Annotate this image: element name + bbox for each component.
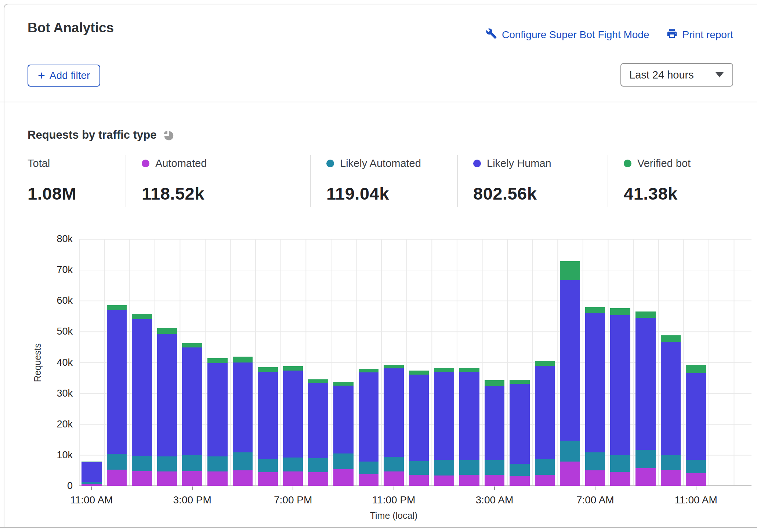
plus-icon: + xyxy=(38,69,45,81)
bar-segment-verified-bot xyxy=(359,369,379,372)
bar-4-00-am[interactable] xyxy=(510,239,530,486)
bar-segment-automated xyxy=(510,476,530,486)
bar-segment-verified-bot xyxy=(384,365,404,368)
bar-segment-likely-human xyxy=(610,315,630,455)
time-range-dropdown[interactable]: Last 24 hours xyxy=(620,63,733,87)
bar-8-00-pm[interactable] xyxy=(308,239,328,486)
bar-segment-automated xyxy=(434,475,454,486)
bar-segment-likely-automated xyxy=(258,459,278,472)
configure-super-bot-fight-mode-link[interactable]: Configure Super Bot Fight Mode xyxy=(486,28,649,42)
x-tick-label: 3:00 AM xyxy=(476,494,514,506)
bar-segment-verified-bot xyxy=(258,367,278,372)
bar-segment-likely-human xyxy=(157,334,177,456)
add-filter-button[interactable]: + Add filter xyxy=(28,65,100,87)
bar-2-00-am[interactable] xyxy=(459,239,479,486)
bar-segment-likely-automated xyxy=(107,454,127,470)
traffic-type-stats: Total 1.08M Automated 118.52k Likely Aut… xyxy=(28,155,742,207)
stat-automated-value: 118.52k xyxy=(142,183,310,204)
bar-segment-automated xyxy=(233,470,253,486)
bar-segment-automated xyxy=(132,471,152,486)
bar-3-00-pm[interactable] xyxy=(182,239,202,486)
bar-segment-automated xyxy=(409,475,429,486)
bar-segment-automated xyxy=(258,472,278,486)
bar-segment-automated xyxy=(535,475,555,486)
bar-3-00-am[interactable] xyxy=(485,239,505,486)
bar-6-00-am[interactable] xyxy=(560,239,580,486)
bar-1-00-am[interactable] xyxy=(434,239,454,486)
bar-segment-likely-human xyxy=(132,319,152,456)
stat-likely-human-label: Likely Human xyxy=(487,157,551,170)
bar-segment-likely-human xyxy=(434,372,454,460)
stat-likely-human[interactable]: Likely Human 802.56k xyxy=(457,155,608,207)
bar-1-00-pm[interactable] xyxy=(132,239,152,486)
bar-segment-verified-bot xyxy=(107,305,127,310)
stat-automated-label: Automated xyxy=(155,157,207,170)
bar-segment-likely-automated xyxy=(560,441,580,461)
bar-7-00-pm[interactable] xyxy=(283,239,303,486)
bar-segment-likely-automated xyxy=(157,456,177,471)
bar-10-00-am[interactable] xyxy=(661,239,681,486)
bar-segment-automated xyxy=(686,473,706,486)
bar-segment-likely-human xyxy=(82,462,102,482)
bar-11-00-am[interactable] xyxy=(82,239,102,486)
x-tick-mark xyxy=(494,487,495,490)
y-tick-label: 50k xyxy=(57,326,73,337)
bar-segment-verified-bot xyxy=(610,308,630,315)
bar-5-00-pm[interactable] xyxy=(233,239,253,486)
stat-automated[interactable]: Automated 118.52k xyxy=(126,155,310,207)
x-tick-label: 11:00 PM xyxy=(372,494,416,506)
bar-segment-likely-automated xyxy=(132,456,152,471)
bar-8-00-am[interactable] xyxy=(610,239,630,486)
bar-segment-likely-human xyxy=(359,372,379,461)
x-tick-mark xyxy=(192,487,193,490)
bar-segment-verified-bot xyxy=(132,314,152,319)
bar-segment-verified-bot xyxy=(182,343,202,348)
header-divider xyxy=(0,102,757,102)
bar-10-00-pm[interactable] xyxy=(359,239,379,486)
bar-segment-verified-bot xyxy=(157,328,177,334)
header-links: Configure Super Bot Fight Mode Print rep… xyxy=(486,28,733,42)
bar-9-00-am[interactable] xyxy=(635,239,656,486)
y-tick-label: 10k xyxy=(57,449,73,460)
x-tick-label: 11:00 AM xyxy=(70,494,113,506)
bar-segment-likely-human xyxy=(459,372,479,460)
bar-5-00-am[interactable] xyxy=(535,239,555,486)
bar-segment-verified-bot xyxy=(333,382,354,385)
bar-segment-verified-bot xyxy=(308,379,328,383)
y-tick-label: 40k xyxy=(57,357,73,368)
bar-segment-likely-automated xyxy=(409,461,429,475)
bar-segment-verified-bot xyxy=(485,380,505,386)
stat-total[interactable]: Total 1.08M xyxy=(28,155,126,207)
bar-segment-likely-automated xyxy=(661,455,681,470)
bar-segment-likely-human xyxy=(585,313,605,452)
bar-11-00-am[interactable] xyxy=(686,239,706,486)
printer-icon xyxy=(666,28,678,42)
bar-segment-automated xyxy=(207,471,228,486)
bar-6-00-pm[interactable] xyxy=(258,239,278,486)
bar-segment-likely-human xyxy=(233,362,253,453)
bar-segment-verified-bot xyxy=(560,261,580,280)
section-title: Requests by traffic type xyxy=(28,128,156,142)
bar-12-00-am[interactable] xyxy=(409,239,429,486)
stat-likely-automated-label: Likely Automated xyxy=(340,157,421,170)
bar-12-00-pm[interactable] xyxy=(107,239,127,486)
bar-4-00-pm[interactable] xyxy=(207,239,228,486)
bar-segment-likely-human xyxy=(207,363,228,456)
bar-segment-likely-human xyxy=(107,310,127,454)
bar-segment-automated xyxy=(585,470,605,486)
bar-segment-verified-bot xyxy=(207,358,228,363)
bar-9-00-pm[interactable] xyxy=(333,239,354,486)
stat-likely-automated[interactable]: Likely Automated 119.04k xyxy=(310,155,457,207)
chevron-down-icon xyxy=(716,72,724,77)
x-tick-mark xyxy=(595,487,595,490)
stat-likely-automated-value: 119.04k xyxy=(326,183,457,204)
bar-11-00-pm[interactable] xyxy=(384,239,404,486)
stat-verified-bot[interactable]: Verified bot 41.38k xyxy=(608,155,742,207)
bar-segment-automated xyxy=(359,474,379,486)
stat-total-value: 1.08M xyxy=(28,183,126,204)
print-report-link[interactable]: Print report xyxy=(666,28,734,42)
x-axis-title: Time (local) xyxy=(79,510,709,521)
bar-7-00-am[interactable] xyxy=(585,239,605,486)
y-tick-label: 60k xyxy=(57,295,73,306)
bar-2-00-pm[interactable] xyxy=(157,239,177,486)
